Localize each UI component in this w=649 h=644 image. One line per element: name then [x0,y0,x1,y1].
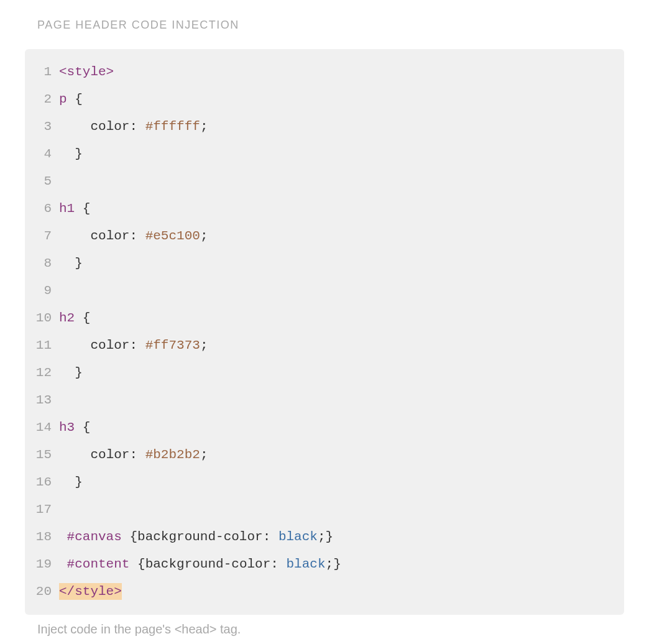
code-line[interactable]: 14h3 { [25,414,624,441]
code-token: #e5c100 [145,229,200,243]
line-number: 11 [25,332,59,359]
line-number: 17 [25,496,59,523]
code-token: h2 [59,311,75,325]
code-token [59,448,90,462]
code-line[interactable]: 10h2 { [25,305,624,332]
line-number: 7 [25,223,59,250]
code-token: background-color [145,557,271,571]
code-token [129,557,137,571]
line-number: 6 [25,195,59,223]
code-editor-wrapper: 1<style>2p {3 color: #ffffff;4 }56h1 {7 … [25,49,624,615]
code-line[interactable]: 18 #canvas {background-color: black;} [25,523,624,551]
code-token [59,338,90,352]
section-label: PAGE HEADER CODE INJECTION [37,19,612,32]
code-token: : [263,530,278,544]
code-token: color [90,229,129,243]
code-token [59,530,67,544]
help-text: Inject code in the page's <head> tag. [37,622,612,637]
line-content[interactable]: } [59,250,83,277]
code-token: h1 [59,201,75,216]
code-token [59,475,75,489]
code-token: : [270,557,286,571]
code-token: : [129,448,145,462]
code-token [59,557,67,571]
code-line[interactable]: 19 #content {background-color: black;} [25,551,624,578]
code-line[interactable]: 2p { [25,86,624,113]
code-line[interactable]: 12 } [25,359,624,387]
line-number: 13 [25,387,59,414]
code-line[interactable]: 17 [25,496,624,523]
code-token: } [333,557,341,571]
code-token: ; [200,448,208,462]
line-content[interactable]: h3 { [59,414,90,441]
code-line[interactable]: 20</style> [25,578,624,605]
line-number: 9 [25,277,59,305]
line-content[interactable]: <style> [59,58,114,86]
line-number: 16 [25,469,59,496]
line-content[interactable]: color: #e5c100; [59,223,208,250]
code-line[interactable]: 1<style> [25,58,624,86]
line-content[interactable]: h2 { [59,305,90,332]
line-number: 4 [25,140,59,168]
code-line[interactable]: 16 } [25,469,624,496]
code-token [75,201,83,216]
line-number: 18 [25,523,59,551]
code-token: } [75,147,83,161]
code-token: #canvas [67,530,122,544]
code-token: </style> [59,583,122,600]
code-token: black [278,530,318,544]
code-line[interactable]: 6h1 { [25,195,624,223]
code-token: #ffffff [145,119,200,134]
line-content[interactable]: #content {background-color: black;} [59,551,341,578]
code-token: <style> [59,65,114,79]
code-token: #b2b2b2 [145,448,200,462]
line-number: 10 [25,305,59,332]
line-number: 20 [25,578,59,605]
line-number: 3 [25,113,59,140]
code-line[interactable]: 11 color: #ff7373; [25,332,624,359]
line-content[interactable]: color: #b2b2b2; [59,441,208,469]
code-token: : [129,119,145,134]
line-content[interactable]: color: #ffffff; [59,113,208,140]
code-token [67,92,75,106]
code-token: { [83,201,91,216]
code-token: ; [200,229,208,243]
code-line[interactable]: 15 color: #b2b2b2; [25,441,624,469]
code-token: } [75,366,83,380]
code-line[interactable]: 8 } [25,250,624,277]
line-content[interactable]: </style> [59,578,122,605]
code-line[interactable]: 5 [25,168,624,195]
line-number: 8 [25,250,59,277]
line-content[interactable]: } [59,359,83,387]
code-token: { [129,530,137,544]
code-token: { [83,311,91,325]
line-content[interactable]: p { [59,86,83,113]
code-token [75,311,83,325]
line-number: 19 [25,551,59,578]
line-content[interactable]: } [59,140,83,168]
code-token: { [75,92,83,106]
code-token: ; [318,530,326,544]
line-content[interactable]: } [59,469,83,496]
code-token: } [75,475,83,489]
code-token: #ff7373 [145,338,200,352]
code-line[interactable]: 3 color: #ffffff; [25,113,624,140]
line-number: 5 [25,168,59,195]
code-token [59,256,75,270]
code-token [75,420,83,435]
code-token: { [137,557,145,571]
line-content[interactable]: h1 { [59,195,90,223]
code-token: #content [67,557,130,571]
code-line[interactable]: 13 [25,387,624,414]
code-token [59,147,75,161]
code-line[interactable]: 7 color: #e5c100; [25,223,624,250]
line-content[interactable]: #canvas {background-color: black;} [59,523,333,551]
code-token: } [326,530,334,544]
code-line[interactable]: 9 [25,277,624,305]
line-content[interactable]: color: #ff7373; [59,332,208,359]
code-token: : [129,338,145,352]
code-editor[interactable]: 1<style>2p {3 color: #ffffff;4 }56h1 {7 … [25,58,624,605]
code-line[interactable]: 4 } [25,140,624,168]
code-token: color [90,338,129,352]
code-token: } [75,256,83,270]
